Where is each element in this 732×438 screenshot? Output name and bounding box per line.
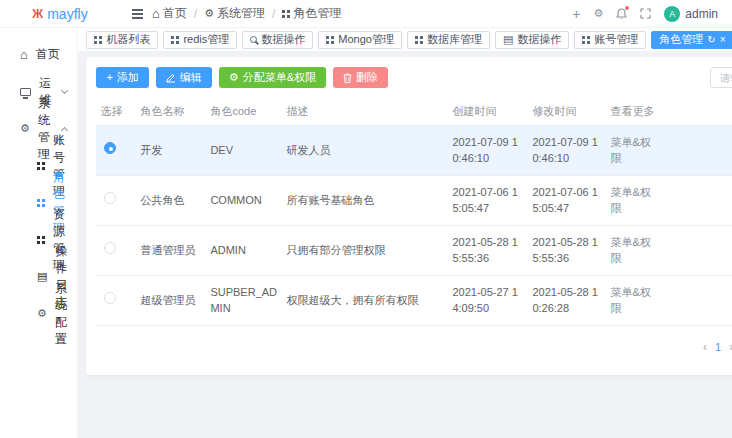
column-header-name: 角色名称	[136, 98, 206, 125]
bell-icon[interactable]	[616, 8, 627, 20]
breadcrumb-section-label: 系统管理	[217, 5, 265, 22]
close-icon[interactable]: ×	[720, 35, 726, 45]
delete-button-label: 删除	[356, 70, 378, 85]
edit-button-label: 编辑	[180, 70, 202, 85]
menu-permission-link[interactable]: 菜单&权限	[606, 126, 664, 175]
sidebar: ⌂ 首页 运维 ⚙ 系统管理 账号管理 角色管理 资源管理 ▤ 操作日志	[0, 28, 78, 438]
role-code: SUPBER_ADMIN	[206, 276, 282, 325]
gear-icon: ⚙	[229, 72, 239, 83]
created-time: 2021-07-09 10:46:10	[448, 126, 528, 175]
logo[interactable]: Ж mayfly	[0, 6, 120, 22]
header-actions: + ⚙ A admin	[572, 6, 732, 22]
breadcrumb-section[interactable]: ⚙ 系统管理	[204, 5, 265, 22]
document-icon: ▤	[37, 271, 47, 282]
role-desc: 权限超级大，拥有所有权限	[282, 284, 448, 317]
gear-icon[interactable]: ⚙	[593, 8, 603, 19]
logo-text: mayfly	[47, 6, 87, 22]
add-button-label: 添加	[117, 70, 139, 85]
username: admin	[685, 7, 718, 21]
row-radio[interactable]	[104, 242, 116, 254]
plus-icon[interactable]: +	[572, 7, 580, 21]
row-radio[interactable]	[104, 192, 116, 204]
column-header-more: 查看更多	[606, 98, 664, 125]
home-icon: ⌂	[20, 48, 28, 61]
breadcrumb-page[interactable]: 角色管理	[282, 5, 341, 22]
grid-icon	[282, 10, 290, 18]
table-header-row: 选择 角色名称 角色code 描述 创建时间 修改时间 查看更多	[96, 98, 732, 126]
grid-icon	[37, 199, 45, 207]
sidebar-item-label: 系统配置	[55, 280, 68, 348]
assign-menu-permission-button[interactable]: ⚙ 分配菜单&权限	[219, 67, 326, 88]
content-area: + 添加 编辑 ⚙ 分配菜单&权限 删除	[78, 52, 732, 438]
tab-data-ops-doc[interactable]: ▤ 数据操作	[495, 31, 569, 49]
sidebar-item-home[interactable]: ⌂ 首页	[0, 36, 77, 73]
tab-label: 机器列表	[106, 32, 150, 47]
plus-icon: +	[106, 72, 112, 83]
row-radio[interactable]	[104, 142, 116, 154]
role-name: 普通管理员	[136, 234, 206, 267]
tab-accounts[interactable]: 账号管理	[574, 31, 646, 49]
menu-permission-link[interactable]: 菜单&权限	[606, 176, 664, 225]
grid-icon	[37, 162, 45, 170]
column-header-select: 选择	[96, 98, 136, 125]
sidebar-item-label: 首页	[36, 46, 68, 63]
role-name: 超级管理员	[136, 284, 206, 317]
pencil-icon	[166, 73, 176, 83]
tab-data-ops-search[interactable]: 数据操作	[242, 31, 313, 49]
page-number[interactable]: 1	[715, 341, 721, 353]
table-row[interactable]: 开发 DEV 研发人员 2021-07-09 10:46:10 2021-07-…	[96, 126, 732, 176]
tab-mongo[interactable]: Mongo管理	[318, 31, 402, 49]
role-code: ADMIN	[206, 234, 282, 267]
breadcrumb-home[interactable]: ⌂ 首页	[152, 5, 187, 22]
created-time: 2021-07-06 15:05:47	[448, 176, 528, 225]
table-row[interactable]: 普通管理员 ADMIN 只拥有部分管理权限 2021-05-28 15:55:3…	[96, 226, 732, 276]
role-name: 公共角色	[136, 184, 206, 217]
assign-button-label: 分配菜单&权限	[243, 70, 316, 85]
breadcrumb-page-label: 角色管理	[293, 5, 341, 22]
role-code: COMMON	[206, 184, 282, 217]
column-header-code: 角色code	[206, 98, 282, 125]
menu-permission-link[interactable]: 菜单&权限	[606, 276, 664, 325]
delete-button[interactable]: 删除	[333, 67, 388, 88]
row-radio[interactable]	[104, 292, 116, 304]
prev-page-icon[interactable]: ‹	[703, 340, 707, 354]
breadcrumb-home-label: 首页	[163, 5, 187, 22]
tab-redis[interactable]: redis管理	[163, 31, 237, 49]
menu-permission-link[interactable]: 菜单&权限	[606, 226, 664, 275]
menu-icon[interactable]	[130, 7, 145, 21]
notification-dot	[625, 6, 629, 10]
tab-machine-list[interactable]: 机器列表	[86, 31, 158, 49]
role-code: DEV	[206, 134, 282, 167]
chevron-down-icon	[61, 87, 68, 94]
tab-label: 角色管理	[659, 32, 703, 47]
add-button[interactable]: + 添加	[96, 67, 148, 88]
fullscreen-icon[interactable]	[640, 8, 651, 19]
app-header: Ж mayfly ⌂ 首页 / ⚙ 系统管理 / 角色管理 + ⚙ A admi…	[0, 0, 732, 28]
role-desc: 只拥有部分管理权限	[282, 234, 448, 267]
monitor-icon	[20, 88, 31, 96]
tab-roles[interactable]: 角色管理 ↻ ×	[651, 31, 732, 49]
roles-table: 选择 角色名称 角色code 描述 创建时间 修改时间 查看更多 开发 DEV …	[96, 98, 732, 326]
modified-time: 2021-05-28 15:55:36	[528, 226, 606, 275]
table-row[interactable]: 超级管理员 SUPBER_ADMIN 权限超级大，拥有所有权限 2021-05-…	[96, 276, 732, 326]
created-time: 2021-05-27 14:09:50	[448, 276, 528, 325]
gear-icon: ⚙	[37, 308, 47, 319]
tab-database[interactable]: 数据库管理	[407, 31, 490, 49]
role-desc: 所有账号基础角色	[282, 184, 448, 217]
grid-icon	[582, 36, 590, 44]
logo-icon: Ж	[32, 7, 43, 21]
sidebar-item-config[interactable]: ⚙ 系统配置	[0, 295, 77, 332]
breadcrumb-separator: /	[272, 7, 275, 21]
tab-label: 数据操作	[261, 32, 305, 47]
sidebar-item-label: 系统管理	[38, 95, 55, 163]
tab-bar: 机器列表 redis管理 数据操作 Mongo管理 数据库管理 ▤ 数据操作	[78, 28, 732, 52]
toolbar: + 添加 编辑 ⚙ 分配菜单&权限 删除	[96, 67, 732, 88]
grid-icon	[171, 36, 179, 44]
edit-button[interactable]: 编辑	[156, 67, 212, 88]
table-row[interactable]: 公共角色 COMMON 所有账号基础角色 2021-07-06 15:05:47…	[96, 176, 732, 226]
role-desc: 研发人员	[282, 134, 448, 167]
grid-icon	[37, 236, 45, 244]
refresh-icon[interactable]: ↻	[707, 35, 715, 45]
avatar[interactable]: A	[664, 6, 680, 22]
role-name-search-input[interactable]	[710, 67, 732, 88]
